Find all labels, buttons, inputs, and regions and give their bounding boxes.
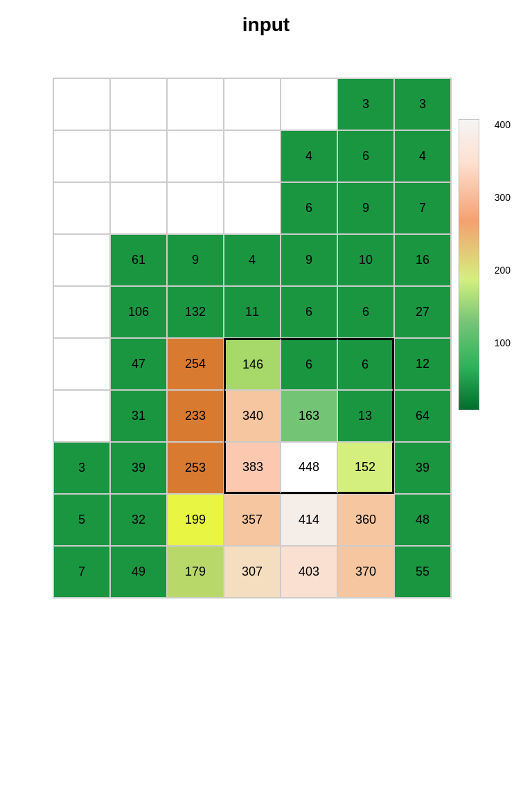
cell-r5-c5: 6 <box>337 338 394 390</box>
cell-r8-c2: 199 <box>167 494 224 546</box>
cell-r8-c0: 5 <box>53 494 110 546</box>
legend-label-200: 200 <box>495 265 511 276</box>
cell-r5-c3: 146 <box>224 338 281 390</box>
cell-r9-c0: 7 <box>53 546 110 598</box>
cell-r3-c1: 61 <box>110 234 167 286</box>
cell-r4-c6: 27 <box>394 286 451 338</box>
legend-label-100: 100 <box>495 337 511 348</box>
cell-r7-c2: 253 <box>167 442 224 494</box>
legend-label-400: 400 <box>495 119 511 130</box>
cell-r3-c3: 4 <box>224 234 281 286</box>
cell-r2-c5: 9 <box>337 182 394 234</box>
cell-r6-c0 <box>53 390 110 442</box>
cell-r5-c2: 254 <box>167 338 224 390</box>
cell-r1-c4: 4 <box>281 130 337 182</box>
page-title: input <box>242 14 290 36</box>
cell-r3-c2: 9 <box>167 234 224 286</box>
cell-r8-c6: 48 <box>394 494 451 546</box>
cell-r9-c2: 179 <box>167 546 224 598</box>
cell-r6-c2: 233 <box>167 390 224 442</box>
cell-r0-c5: 3 <box>337 78 394 130</box>
cell-r2-c1 <box>110 182 167 234</box>
legend-label-300: 300 <box>495 192 511 203</box>
cell-r1-c2 <box>167 130 224 182</box>
chart-container: 3346469761949101610613211662747254146661… <box>53 78 479 598</box>
cell-r9-c5: 370 <box>337 546 394 598</box>
cell-r6-c4: 163 <box>281 390 337 442</box>
cell-r9-c6: 55 <box>394 546 451 598</box>
cell-r4-c4: 6 <box>281 286 337 338</box>
cell-r5-c6: 12 <box>394 338 451 390</box>
cell-r4-c0 <box>53 286 110 338</box>
cell-r7-c3: 383 <box>224 442 281 494</box>
cell-r8-c3: 357 <box>224 494 281 546</box>
cell-r5-c1: 47 <box>110 338 167 390</box>
cell-r6-c6: 64 <box>394 390 451 442</box>
cell-r1-c0 <box>53 130 110 182</box>
cell-r6-c5: 13 <box>337 390 394 442</box>
legend-gradient-svg <box>459 119 479 410</box>
cell-r1-c1 <box>110 130 167 182</box>
cell-r4-c2: 132 <box>167 286 224 338</box>
cell-r2-c0 <box>53 182 110 234</box>
cell-r3-c4: 9 <box>281 234 337 286</box>
cell-r0-c0 <box>53 78 110 130</box>
cell-r0-c2 <box>167 78 224 130</box>
cell-r1-c3 <box>224 130 281 182</box>
cell-r2-c2 <box>167 182 224 234</box>
cell-r6-c1: 31 <box>110 390 167 442</box>
legend: 400 300 200 100 <box>459 78 479 597</box>
cell-r0-c3 <box>224 78 281 130</box>
cell-r3-c0 <box>53 234 110 286</box>
cell-r0-c6: 3 <box>394 78 451 130</box>
cell-r4-c1: 106 <box>110 286 167 338</box>
cell-r2-c6: 7 <box>394 182 451 234</box>
cell-r9-c1: 49 <box>110 546 167 598</box>
cell-r1-c5: 6 <box>337 130 394 182</box>
cell-r2-c3 <box>224 182 281 234</box>
legend-bar: 400 300 200 100 <box>459 119 479 410</box>
cell-r2-c4: 6 <box>281 182 337 234</box>
cell-r3-c6: 16 <box>394 234 451 286</box>
cell-r3-c5: 10 <box>337 234 394 286</box>
cell-r1-c6: 4 <box>394 130 451 182</box>
legend-labels: 400 300 200 100 <box>495 119 511 410</box>
cell-r7-c4: 448 <box>281 442 337 494</box>
cell-r8-c4: 414 <box>281 494 337 546</box>
cell-r4-c3: 11 <box>224 286 281 338</box>
cell-r9-c4: 403 <box>281 546 337 598</box>
cell-r0-c4 <box>281 78 337 130</box>
cell-r4-c5: 6 <box>337 286 394 338</box>
cell-r8-c1: 32 <box>110 494 167 546</box>
cell-r8-c5: 360 <box>337 494 394 546</box>
cell-r0-c1 <box>110 78 167 130</box>
cell-r9-c3: 307 <box>224 546 281 598</box>
cell-r7-c5: 152 <box>337 442 394 494</box>
cell-r5-c4: 6 <box>281 338 337 390</box>
heatmap: 3346469761949101610613211662747254146661… <box>53 78 452 598</box>
cell-r7-c1: 39 <box>110 442 167 494</box>
cell-r7-c6: 39 <box>394 442 451 494</box>
cell-r7-c0: 3 <box>53 442 110 494</box>
cell-r5-c0 <box>53 338 110 390</box>
svg-rect-0 <box>459 119 479 410</box>
cell-r6-c3: 340 <box>224 390 281 442</box>
